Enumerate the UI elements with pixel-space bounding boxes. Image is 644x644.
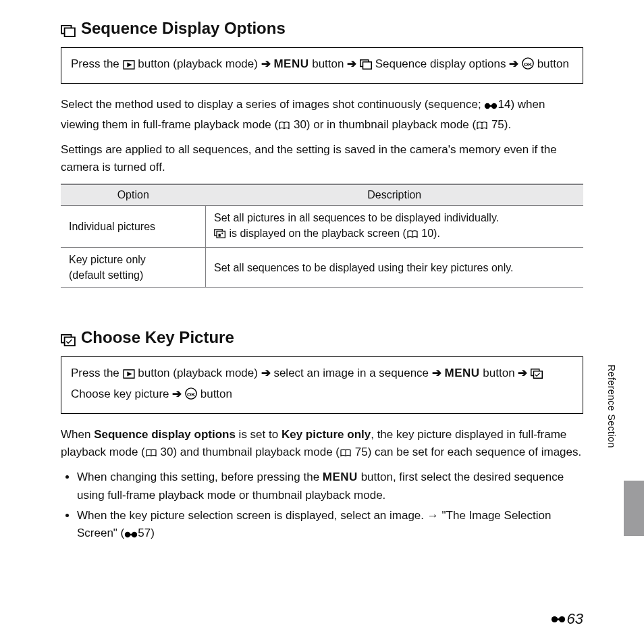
th-option: Option	[61, 184, 206, 206]
nav1-p5: button	[537, 57, 569, 70]
book-icon	[145, 446, 157, 463]
nav2-p6: button	[200, 387, 232, 400]
section1-para2: Settings are applied to all sequences, a…	[61, 141, 583, 177]
para1-a: Select the method used to display a seri…	[61, 98, 481, 111]
nav2-p4: button	[483, 367, 514, 379]
choose-key-icon	[61, 331, 76, 344]
nav2-p2: button (playback mode)	[138, 367, 258, 379]
options-table: Option Description Individual pictures S…	[61, 184, 583, 288]
list-item: When changing this setting, before press…	[77, 468, 583, 504]
r1c2b: is displayed on the playback screen (	[229, 227, 406, 239]
ok-icon	[522, 57, 534, 75]
menu-label: MENU	[273, 57, 308, 70]
para1-d: 75).	[491, 118, 511, 131]
r1c2c: 10).	[421, 227, 440, 239]
sequence-icon	[360, 57, 372, 75]
ref-icon	[124, 527, 138, 544]
seq-small-icon	[214, 227, 226, 243]
book-icon	[340, 446, 352, 463]
s2p1b: Sequence display options	[94, 428, 236, 441]
nav2-p1: Press the	[71, 367, 119, 379]
b1a: When changing this setting, before press…	[77, 471, 319, 483]
section2-title-text: Choose Key Picture	[81, 328, 234, 347]
s2p1c: is set to	[239, 428, 279, 441]
arrow-icon: ➔	[261, 57, 271, 70]
table-row: Individual pictures Set all pictures in …	[61, 205, 583, 247]
arrow-icon: ➔	[432, 367, 441, 379]
choose-key-icon	[531, 366, 543, 384]
nav1-p4: Sequence display options	[375, 57, 506, 70]
r2c1a: Key picture only	[69, 254, 146, 265]
book-icon	[476, 118, 488, 136]
b2a: When the key picture selection screen is…	[77, 509, 424, 522]
play-icon	[123, 57, 135, 75]
section1-nav-box: Press the button (playback mode) ➔ MENU …	[61, 47, 583, 84]
section2-bullets: When changing this setting, before press…	[61, 468, 583, 544]
r1c2a: Set all pictures in all sequences to be …	[214, 212, 499, 223]
arrow-icon: ➔	[172, 387, 182, 400]
ref-icon	[484, 98, 498, 115]
page-number-value: 63	[567, 610, 583, 628]
menu-label: MENU	[323, 471, 358, 483]
sequence-icon	[61, 22, 76, 34]
arrow-icon: ➔	[261, 367, 271, 379]
para1-c: 30) or in thumbnail playback mode (	[294, 118, 476, 131]
s2p1d: Key picture only	[281, 428, 371, 441]
ref-icon	[551, 610, 566, 628]
page-number: 63	[551, 610, 583, 628]
book-icon	[406, 227, 419, 243]
reference-section-label: Reference Section	[606, 365, 617, 448]
th-description: Description	[206, 184, 584, 206]
arrow-icon: ➔	[509, 57, 518, 70]
s2p1a: When	[61, 428, 90, 441]
list-item: When the key picture selection screen is…	[77, 507, 583, 545]
nav2-p5: Choose key picture	[71, 387, 169, 400]
section2-para1: When Sequence display options is set to …	[61, 426, 583, 464]
nav1-p3: button	[312, 57, 344, 70]
cell-desc-1: Set all pictures in all sequences to be …	[206, 205, 584, 247]
section1-title: Sequence Display Options	[61, 19, 583, 38]
arrow-icon: ➔	[347, 57, 356, 70]
nav1-p2: button (playback mode)	[138, 57, 258, 70]
cell-option-1: Individual pictures	[61, 205, 206, 247]
menu-label: MENU	[445, 367, 480, 379]
section2-nav-box: Press the button (playback mode) ➔ selec…	[61, 356, 583, 413]
nav1-p1: Press the	[71, 57, 119, 70]
table-row: Key picture only (default setting) Set a…	[61, 247, 583, 287]
section1-title-text: Sequence Display Options	[81, 19, 286, 38]
ok-icon	[185, 387, 197, 405]
section1-para1: Select the method used to display a seri…	[61, 96, 583, 136]
b2c: 57)	[138, 527, 155, 539]
section-tab	[624, 481, 644, 536]
section2-title: Choose Key Picture	[61, 328, 583, 347]
arrow-thin-icon: →	[427, 509, 439, 522]
r2c1b: (default setting)	[69, 269, 143, 281]
nav2-p3: select an image in a sequence	[273, 367, 429, 379]
cell-desc-2: Set all sequences to be displayed using …	[206, 247, 584, 287]
cell-option-2: Key picture only (default setting)	[61, 247, 206, 287]
arrow-icon: ➔	[518, 367, 527, 379]
book-icon	[278, 118, 290, 136]
table-header-row: Option Description	[61, 184, 583, 206]
s2p1g: 75) can be set for each sequence of imag…	[355, 446, 581, 458]
play-icon	[123, 366, 135, 384]
s2p1f: 30) and thumbnail playback mode (	[160, 446, 340, 458]
